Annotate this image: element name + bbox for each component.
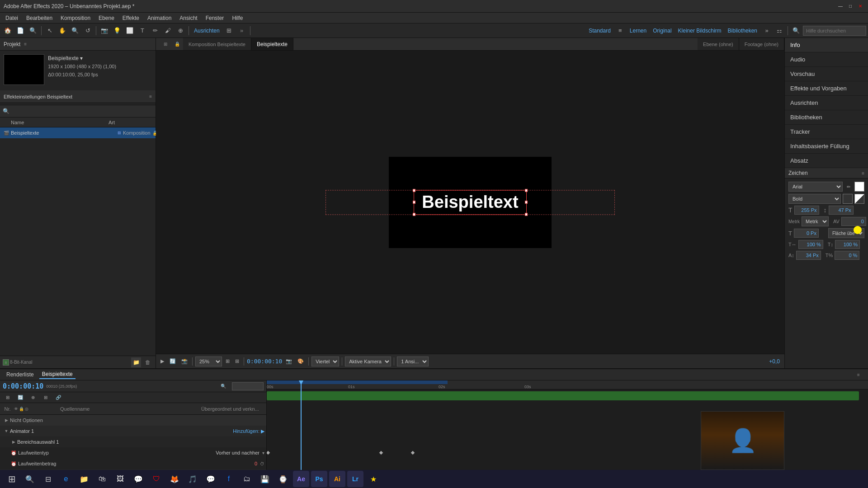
right-panel-tracker[interactable]: Tracker [785,125,868,139]
tool-clone[interactable]: ⊕ [175,25,186,36]
right-panel-effekte[interactable]: Effekte und Vorgaben [785,81,868,96]
grid-button[interactable]: ⊞ [233,356,241,367]
taskbar-firefox[interactable]: 🦊 [166,471,183,487]
timeline-timecode[interactable]: 0:00:00:10 [3,382,43,390]
tab-footage[interactable]: Footage (ohne) [739,38,784,50]
taskbar-ai[interactable]: Ai [329,471,345,487]
list-item[interactable]: 🎬 Beispieltexte ⊞ Komposition 🔒 [0,127,156,138]
tl-search-icon[interactable]: 🔍 [217,381,229,392]
taskbar-antivirus[interactable]: 🛡 [148,471,165,487]
tracking-input[interactable] [841,217,866,226]
scale-v-input[interactable] [835,240,860,249]
zoom-dropdown[interactable]: 25%50%100% [195,357,222,366]
menu-effekte[interactable]: Effekte [119,14,143,22]
right-panel-inhaltsbasierte[interactable]: Inhaltsbasierte Füllung [785,139,868,154]
keyframe-3[interactable] [411,451,415,455]
project-search-input[interactable] [11,108,153,114]
taskbar-files2[interactable]: 🗂 [239,471,255,487]
text-fill-stroke-toggle[interactable] [854,194,864,204]
workspace-label[interactable]: Standard [586,27,613,35]
taskbar-gdrive[interactable]: 💾 [257,471,273,487]
tab-lock-button[interactable]: 🔒 [171,39,183,50]
layer-animator-1[interactable]: ▼ Animator 1 Hinzufügen: ▶ [0,426,266,436]
laufweitentyp-value[interactable]: Vorher und nachher [216,450,259,455]
comp-button[interactable]: ⊞ [224,356,231,367]
keyframe-2[interactable] [379,451,383,455]
tool-select[interactable]: ↖ [44,25,56,36]
taskbar-facebook[interactable]: f [221,471,237,487]
right-panel-vorschau[interactable]: Vorschau [785,67,868,81]
loop-button[interactable]: 🔄 [168,356,178,367]
right-panel-audio[interactable]: Audio [785,52,868,67]
new-comp-button[interactable]: 📄 [14,25,26,36]
tl-search-input[interactable] [232,382,264,390]
handle-tl[interactable] [413,189,415,192]
taskbar-edge[interactable]: e [58,471,74,487]
taskbar-app1[interactable]: 🎵 [184,471,201,487]
taskbar-store[interactable]: 🛍 [94,471,110,487]
menu-animation[interactable]: Animation [144,14,175,22]
kerning-select[interactable]: Metrk [802,216,829,226]
taskbar-messenger[interactable]: 💬 [203,471,219,487]
work-area-bar[interactable] [267,380,448,384]
expand-toolbar-button[interactable]: » [761,25,773,36]
font-name-select[interactable]: Arial [788,182,843,192]
tl-control-4[interactable]: ⊞ [40,392,52,403]
project-search-bar[interactable]: 🔍 [0,105,156,117]
taskbar-ae[interactable]: Ae [293,471,309,487]
expand-nicht[interactable]: ▶ [4,418,9,423]
expand-align[interactable]: » [236,25,248,36]
menu-komposition[interactable]: Komposition [57,14,94,22]
tool-pen[interactable]: ✏ [149,25,161,36]
tool-rotate[interactable]: ↺ [82,25,94,36]
tool-shape[interactable]: ⬜ [124,25,136,36]
expand-animator[interactable]: ▼ [4,428,9,434]
tool-zoom[interactable]: 🔍 [69,25,81,36]
font-edit-button[interactable]: ✏ [844,181,853,192]
taskbar-start[interactable]: ⊞ [4,471,20,487]
home-button[interactable]: 🏠 [2,25,14,36]
maximize-button[interactable]: □ [846,2,854,10]
tab-ebene[interactable]: Ebene (ohne) [698,38,739,50]
window-controls[interactable]: — □ ✕ [836,2,864,10]
viewer[interactable]: Beispieltext [156,51,784,354]
leading-input[interactable] [829,206,854,215]
tab-beispieltexte[interactable]: Beispieltexte [39,370,75,379]
tool-text[interactable]: T [137,25,148,36]
taskbar-lr[interactable]: Lr [347,471,363,487]
layer-bereichsauswahl[interactable]: ▶ Bereichsauswahl 1 [0,436,266,447]
align-label[interactable]: Ausrichten [191,27,222,35]
search-button[interactable]: 🔍 [27,25,39,36]
workspace-menu-button[interactable]: ≡ [614,25,626,36]
menu-fenster[interactable]: Fenster [202,14,228,22]
tool-camera[interactable]: 📷 [99,25,110,36]
original-button[interactable]: Original [650,27,674,35]
views-dropdown[interactable]: 1 Ansi... [397,357,429,366]
text-stroke-swatch[interactable] [843,194,853,204]
handle-br[interactable] [525,213,528,216]
tab-renderliste[interactable]: Renderliste [4,371,37,379]
tracking-px-input[interactable] [794,229,819,238]
right-panel-info[interactable]: Info [785,38,868,52]
new-comp-from-footage[interactable]: 🗑 [143,357,153,367]
menu-datei[interactable]: Datei [2,14,22,22]
layer-laufweitentyp[interactable]: ⏰ Laufweitentyp Vorher und nachher ▾ [0,447,266,458]
taskbar-photos[interactable]: 🖼 [112,471,128,487]
tl-control-2[interactable]: 🔄 [14,392,26,403]
panel-switch-button[interactable]: ⚏ [774,25,785,36]
menu-hilfe[interactable]: Hilfe [228,14,246,22]
timeline-menu-icon[interactable]: ≡ [853,369,864,380]
menu-bearbeiten[interactable]: Bearbeiten [23,14,56,22]
tab-expand-button[interactable]: ⊞ [160,39,171,50]
font-size-input[interactable] [794,206,819,215]
taskbar-ps[interactable]: Ps [311,471,327,487]
tl-control-1[interactable]: ⊞ [2,392,14,403]
right-panel-absatz[interactable]: Absatz [785,154,868,168]
track-bar-main[interactable] [267,391,859,400]
font-style-select[interactable]: Bold [788,194,841,204]
tl-control-3[interactable]: ⊕ [27,392,39,403]
quality-dropdown[interactable]: ViertelHalbVoll [311,357,339,366]
taskbar-files[interactable]: 📁 [76,471,92,487]
scale-h-input[interactable] [798,240,823,249]
snap-button[interactable]: 📸 [179,356,189,367]
